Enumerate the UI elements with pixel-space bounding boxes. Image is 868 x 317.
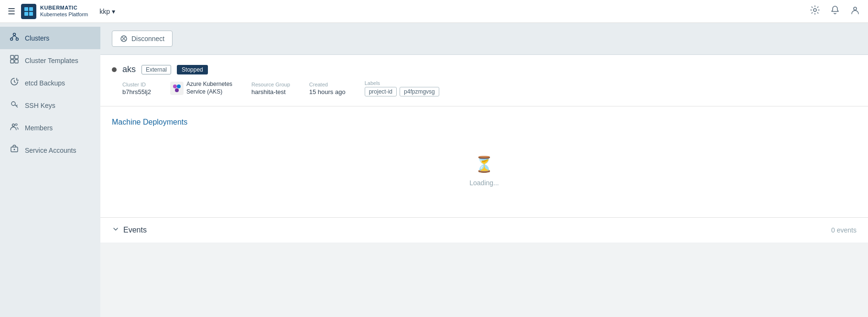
loading-text: Loading... [469,179,499,187]
cluster-id-label: Cluster ID [122,82,151,87]
cluster-name: aks [122,64,136,74]
project-selector[interactable]: kkp ▾ [99,8,115,15]
cluster-id-item: Cluster ID b7hrs55lj2 [122,82,151,95]
settings-icon[interactable] [810,5,820,18]
menu-icon[interactable]: ☰ [8,6,15,17]
svg-point-24 [175,88,179,92]
events-count: 0 events [831,226,857,234]
svg-rect-12 [15,55,18,59]
sidebar-item-members[interactable]: Members [0,116,100,139]
resource-group-value: harshita-test [251,88,290,95]
topbar: ☰ KUBERMATIC Kubernetes Platform kkp ▾ [0,0,868,23]
resource-group-item: Resource Group harshita-test [251,82,290,95]
loading-icon: ⏳ [475,155,494,173]
svg-rect-11 [11,55,14,59]
svg-rect-0 [24,7,28,11]
events-header[interactable]: Events 0 events [100,218,868,243]
external-badge: External [141,65,171,74]
notifications-icon[interactable] [830,5,840,18]
sidebar-item-ssh-keys[interactable]: SSH Keys [0,94,100,116]
machine-deployments-title: Machine Deployments [112,118,857,127]
labels-item: Labels project-id p4fpzmgvsg [365,80,439,96]
sidebar-item-clusters[interactable]: Clusters [0,27,100,49]
cluster-details: Cluster ID b7hrs55lj2 Azure Kubernetes [122,80,857,96]
labels-label: Labels [365,80,439,86]
created-value: 15 hours ago [309,88,346,95]
svg-rect-2 [24,12,28,16]
svg-point-17 [15,124,17,126]
subheader: Disconnect [100,23,868,55]
svg-line-10 [14,36,17,38]
svg-rect-3 [29,12,33,16]
svg-point-8 [16,38,19,41]
sidebar-item-service-accounts[interactable]: Service Accounts [0,139,100,161]
disconnect-button[interactable]: Disconnect [112,31,173,47]
svg-point-7 [11,38,13,41]
disconnect-label: Disconnect [131,35,164,42]
aks-logo: Azure Kubernetes Service (AKS) [170,81,232,95]
cluster-card: aks External Stopped Cluster ID b7hrs55l… [100,55,868,106]
svg-point-4 [814,9,816,11]
labels-container: project-id p4fpzmgvsg [365,87,439,96]
stopped-badge: Stopped [177,65,208,74]
logo-text: KUBERMATIC Kubernetes Platform [40,5,88,17]
events-title: Events [123,226,147,234]
sidebar-item-cluster-templates[interactable]: Cluster Templates [0,49,100,72]
members-icon [10,122,19,133]
events-chevron-icon [112,225,119,235]
logo-icon [21,4,36,19]
events-left: Events [112,225,147,235]
svg-line-9 [11,36,14,38]
created-item: Created 15 hours ago [309,82,346,95]
svg-point-23 [177,85,181,88]
cluster-templates-icon [10,55,19,66]
svg-rect-1 [29,7,33,11]
resource-group-label: Resource Group [251,82,290,87]
cluster-id-value: b7hrs55lj2 [122,88,151,95]
cluster-status-dot [112,67,117,72]
svg-point-19 [14,149,15,150]
sidebar-sa-label: Service Accounts [25,147,76,154]
sidebar: Clusters Cluster Templates [0,23,100,317]
sidebar-item-etcd-backups[interactable]: etcd Backups [0,72,100,94]
events-card: Events 0 events [100,218,868,243]
provider-item: Azure Kubernetes Service (AKS) [170,81,232,95]
created-label: Created [309,82,346,87]
layout: Clusters Cluster Templates [0,23,868,317]
main-content: Disconnect aks External Stopped Cluster … [100,23,868,317]
sidebar-etcd-label: etcd Backups [25,79,65,87]
machine-deployments-card: Machine Deployments ⏳ Loading... [100,106,868,218]
svg-point-15 [11,102,15,106]
svg-point-16 [12,124,15,127]
logo: KUBERMATIC Kubernetes Platform [21,4,88,19]
clusters-icon [10,32,19,43]
sidebar-members-label: Members [25,124,53,132]
svg-rect-14 [15,60,18,63]
etcd-icon [10,77,19,88]
service-accounts-icon [10,145,19,156]
sidebar-clusters-label: Clusters [25,34,49,42]
label-badge-p4f: p4fpzmgvsg [400,87,439,96]
sidebar-templates-label: Cluster Templates [25,57,78,64]
svg-point-6 [13,33,16,36]
label-badge-project-id: project-id [365,87,397,96]
aks-logo-text: Azure Kubernetes Service (AKS) [186,81,232,95]
svg-point-22 [173,85,177,88]
sidebar-ssh-label: SSH Keys [25,102,55,109]
loading-container: ⏳ Loading... [112,136,857,206]
svg-rect-13 [11,60,14,63]
user-icon[interactable] [850,5,860,18]
topbar-actions [810,5,860,18]
cluster-header: aks External Stopped [112,64,857,74]
svg-point-5 [854,7,857,10]
ssh-keys-icon [10,100,19,111]
